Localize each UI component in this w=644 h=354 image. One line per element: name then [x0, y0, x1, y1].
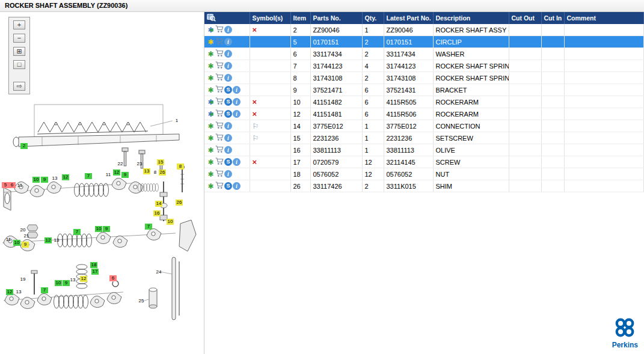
cart-icon[interactable] — [215, 97, 224, 106]
diagram-callout-10[interactable]: 10 — [167, 219, 174, 225]
diagram-callout-10[interactable]: 10 — [95, 226, 102, 232]
diagram-callout-13[interactable]: 13 — [15, 289, 22, 295]
info-icon[interactable]: i — [224, 122, 232, 130]
diagram-callout-1[interactable]: 1 — [173, 118, 180, 124]
cart-icon[interactable] — [215, 121, 224, 130]
diagram-callout-10[interactable]: 10 — [55, 280, 62, 286]
column-header-parts_no[interactable]: Parts No. — [310, 12, 362, 24]
gear-icon[interactable]: ✱ — [207, 170, 215, 179]
table-row-item-14[interactable]: ✱i⚐143775E01213775E012CONNECTION — [204, 120, 643, 132]
cart-icon[interactable] — [215, 182, 224, 191]
cart-icon[interactable] — [215, 37, 224, 46]
cart-icon[interactable] — [215, 157, 224, 166]
diagram-callout-7[interactable]: 7 — [73, 229, 81, 235]
diagram-callout-13[interactable]: 13 — [143, 168, 150, 174]
diagram-callout-18[interactable]: 18 — [90, 262, 97, 268]
diagram-callout-10[interactable]: 10 — [13, 240, 20, 246]
diagram-callout-11[interactable]: 11 — [105, 172, 112, 178]
column-header-icons[interactable] — [204, 12, 250, 24]
diagram-callout-12[interactable]: 12 — [113, 169, 120, 175]
info-icon[interactable]: i — [224, 50, 232, 58]
diagram-callout-12[interactable]: 12 — [44, 237, 52, 243]
diagram-callout-8[interactable]: 8 — [152, 169, 159, 175]
info-icon[interactable]: i — [224, 134, 232, 142]
pan-view-button[interactable]: ⇨ — [13, 82, 25, 91]
diagram-callout-13[interactable]: 13 — [53, 237, 60, 243]
diagram-callout-2[interactable]: 2 — [20, 143, 28, 149]
diagram-callout-10[interactable]: 10 — [32, 177, 40, 183]
cart-icon[interactable] — [215, 61, 224, 70]
table-row-item-16[interactable]: ✱i1633811113133811113OLIVE — [204, 144, 643, 156]
diagram-callout-9[interactable]: 9 — [121, 172, 129, 178]
info-icon[interactable]: i — [224, 74, 232, 82]
column-header-cut_out[interactable]: Cut Out — [509, 12, 541, 24]
info-icon[interactable]: i — [233, 98, 241, 106]
column-header-qty[interactable]: Qty. — [362, 12, 384, 24]
table-row-item-9[interactable]: ✱Si937521471637521431BRACKET — [204, 84, 643, 96]
table-row-item-2[interactable]: ✱✱i×2ZZ900461ZZ90046ROCKER SHAFT ASSY - … — [204, 24, 643, 36]
table-row-item-17[interactable]: ✱Si×1707205791232114145SCREW — [204, 156, 643, 168]
supersession-icon[interactable]: S — [224, 158, 232, 166]
cart-icon[interactable] — [215, 169, 224, 179]
diagram-callout-12[interactable]: 12 — [62, 174, 69, 180]
diagram-callout-14[interactable]: 14 — [155, 201, 162, 207]
table-row-item-8[interactable]: ✱i831743108231743108ROCKER SHAFT SPRING — [204, 72, 643, 84]
diagram-callout-13[interactable]: 13 — [51, 175, 58, 182]
column-header-cut_in[interactable]: Cut In — [541, 12, 564, 24]
gear-icon[interactable]: ✱ — [207, 50, 215, 58]
diagram-callout-7[interactable]: 7 — [41, 287, 48, 293]
info-icon[interactable]: i — [233, 182, 241, 190]
gear-icon-active[interactable]: ✱ — [207, 38, 215, 46]
table-row-item-7[interactable]: ✱i731744123431744123ROCKER SHAFT SPRING — [204, 60, 643, 72]
column-header-comment[interactable]: Comment — [564, 12, 643, 24]
table-row-item-18[interactable]: ✱i180576052120576052NUT — [204, 168, 643, 180]
diagram-callout-19[interactable]: 19 — [19, 276, 26, 282]
gear-icon[interactable]: ✱ — [207, 122, 215, 130]
diagram-callout-12[interactable]: 12 — [80, 276, 87, 282]
info-icon[interactable]: i — [233, 86, 241, 94]
diagram-callout-16[interactable]: 16 — [153, 210, 161, 216]
info-icon[interactable]: i — [233, 110, 241, 118]
diagram-callout-11[interactable]: 11 — [16, 183, 23, 189]
gear-icon[interactable]: ✱ — [207, 146, 215, 154]
diagram-callout-26[interactable]: 26 — [159, 169, 166, 175]
diagram-callout-22[interactable]: 22 — [117, 161, 124, 167]
supersession-icon[interactable]: S — [224, 86, 232, 94]
cart-icon[interactable] — [215, 25, 224, 34]
gears-icon[interactable]: ✱✱ — [207, 110, 215, 118]
column-header-item[interactable]: Item — [290, 12, 310, 24]
column-header-latest_part_no[interactable]: Latest Part No. — [384, 12, 433, 24]
info-icon[interactable]: i — [224, 38, 232, 46]
gears-icon[interactable]: ✱✱ — [207, 26, 215, 34]
gear-icon[interactable]: ✱ — [207, 182, 215, 191]
diagram-callout-7[interactable]: 7 — [85, 173, 92, 179]
table-row-item-5[interactable]: ✱i5017015120170151CIRCLIP — [204, 36, 643, 48]
diagram-callout-20[interactable]: 20 — [19, 227, 26, 233]
diagram-callout-9[interactable]: 9 — [41, 177, 48, 183]
zoom-out-button[interactable]: − — [13, 34, 25, 43]
gear-icon[interactable]: ✱ — [207, 134, 215, 142]
gears-icon[interactable]: ✱✱ — [207, 98, 215, 106]
table-row-item-15[interactable]: ✱i⚐15223123612231236SETSCREW — [204, 132, 643, 144]
column-header-description[interactable]: Description — [433, 12, 509, 24]
diagram-callout-6[interactable]: 6 — [109, 275, 117, 281]
gear-icon[interactable]: ✱ — [207, 158, 215, 166]
diagram-callout-11[interactable]: 11 — [5, 237, 12, 243]
cart-icon[interactable] — [215, 133, 224, 142]
diagram-callout-9[interactable]: 9 — [22, 242, 29, 248]
diagram-callout-8[interactable]: 8 — [177, 163, 184, 169]
diagram-callout-13[interactable]: 13 — [69, 277, 76, 283]
diagram-callout-24[interactable]: 24 — [155, 269, 162, 275]
gear-icon[interactable]: ✱ — [207, 62, 215, 70]
gear-icon[interactable]: ✱ — [207, 74, 215, 82]
zoom-window-button[interactable]: ⊞ — [13, 47, 25, 56]
diagram-callout-12[interactable]: 12 — [6, 289, 13, 295]
cart-icon[interactable] — [215, 145, 224, 154]
diagram-callout-6[interactable]: 6 — [8, 182, 16, 188]
supersession-icon[interactable]: S — [224, 110, 232, 118]
diagram-pane[interactable]: 1222231585611109131271112913826142616102… — [0, 12, 204, 354]
zoom-in-button[interactable]: + — [13, 20, 25, 29]
table-search-icon[interactable] — [207, 16, 216, 23]
supersession-icon[interactable]: S — [224, 98, 232, 106]
gear-icon[interactable]: ✱ — [207, 86, 215, 94]
